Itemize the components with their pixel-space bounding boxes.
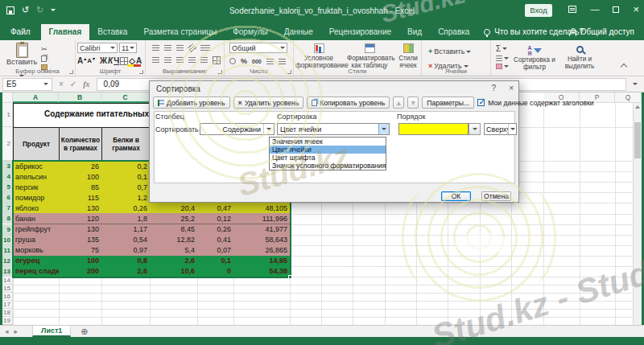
table-cell[interactable]: 0,2 xyxy=(101,161,151,172)
align-middle-icon[interactable] xyxy=(164,45,171,51)
table-cell[interactable]: 5,4 xyxy=(150,245,198,257)
order-color-swatch[interactable] xyxy=(398,123,469,135)
collapse-ribbon-icon[interactable] xyxy=(621,64,627,70)
tab-Главная[interactable]: Главная xyxy=(41,24,90,40)
table-cell[interactable]: 0,1 xyxy=(101,171,151,183)
sort-on-combo[interactable]: Цвет ячейки xyxy=(277,123,390,135)
table-cell[interactable]: 0,7 xyxy=(101,182,151,193)
comma-style-button[interactable]: 000 xyxy=(252,59,262,64)
ok-button[interactable]: ОК xyxy=(441,191,471,201)
bold-button[interactable]: Ж xyxy=(100,56,107,65)
close-icon[interactable]: × xyxy=(633,5,639,14)
table-cell[interactable]: 0,12 xyxy=(197,213,234,224)
table-cell[interactable]: грейпфрут xyxy=(13,224,60,236)
table-cell[interactable]: морковь xyxy=(13,245,60,257)
share-button[interactable]: Общий доступ xyxy=(569,27,634,36)
table-cell[interactable]: помидор xyxy=(13,192,60,203)
copy-level-button[interactable]: Копировать уровень xyxy=(307,97,390,109)
table-cell[interactable]: 1,8 xyxy=(101,213,151,224)
font-dialog-launcher[interactable] xyxy=(139,70,143,74)
move-level-up-button[interactable]: ▲ xyxy=(393,97,404,109)
increase-indent-icon[interactable] xyxy=(200,57,208,64)
table-cell[interactable]: 75 xyxy=(59,245,102,257)
order-color-dropdown-button[interactable] xyxy=(469,123,481,135)
table-cell[interactable]: 0,1 xyxy=(197,256,234,267)
table-cell[interactable]: 115 xyxy=(59,192,102,203)
table-cell[interactable]: 26,865 xyxy=(233,245,291,257)
insert-cells-button[interactable]: +Вставить xyxy=(428,47,471,55)
cell-styles-button[interactable]: Стили ячеек xyxy=(397,43,419,67)
sheet-nav-left-icon[interactable]: ◂ xyxy=(5,327,9,335)
format-as-table-button[interactable]: Форматировать как таблицу xyxy=(347,43,392,67)
table-cell[interactable]: 200 xyxy=(59,266,102,277)
table-cell[interactable]: 0,47 xyxy=(197,203,234,214)
table-cell[interactable]: 0,41 xyxy=(197,235,234,246)
font-name-combo[interactable]: Calibri xyxy=(77,43,118,53)
column-header-Q[interactable]: Q xyxy=(615,92,642,103)
dropdown-option[interactable]: Цвет шрифта xyxy=(270,154,386,162)
tab-Рецензирование[interactable]: Рецензирование xyxy=(321,24,399,40)
table-cell[interactable]: 0,54 xyxy=(101,235,151,246)
tab-file[interactable]: Файл xyxy=(0,24,41,40)
cancel-entry-icon[interactable]: × xyxy=(59,80,64,88)
order-position-combo[interactable]: Сверху xyxy=(484,123,517,135)
percent-style-button[interactable]: % xyxy=(241,57,247,65)
alignment-dialog-launcher[interactable] xyxy=(218,70,222,74)
tab-Данные[interactable]: Данные xyxy=(276,24,321,40)
table-cell[interactable]: 0,97 xyxy=(101,245,151,257)
table-cell[interactable]: 48,105 xyxy=(233,203,291,214)
dropdown-option[interactable]: Значения ячеек xyxy=(270,138,386,146)
table-cell[interactable]: апельсин xyxy=(13,171,60,183)
sheet-nav-right-icon[interactable]: ▸ xyxy=(14,327,19,335)
table-cell[interactable]: 8,45 xyxy=(150,224,198,236)
options-button[interactable]: Параметры... xyxy=(422,97,474,109)
table-cell[interactable]: 130 xyxy=(59,203,102,214)
vertical-scrollbar[interactable] xyxy=(633,103,642,325)
tab-Формулы[interactable]: Формулы xyxy=(225,24,276,40)
table-header-cell[interactable]: Продукт xyxy=(13,127,60,162)
dialog-close-icon[interactable]: × xyxy=(509,84,514,92)
wrap-text-icon[interactable] xyxy=(200,45,210,51)
clear-button[interactable] xyxy=(496,64,509,69)
cut-icon[interactable]: ✂ xyxy=(41,45,47,53)
table-cell[interactable]: 135 xyxy=(59,235,102,246)
dropdown-option[interactable]: Цвет ячейки xyxy=(270,146,386,154)
table-cell[interactable]: перец сладкий xyxy=(13,266,60,277)
font-color-button[interactable]: А xyxy=(136,56,142,65)
borders-icon[interactable] xyxy=(120,57,128,65)
confirm-entry-icon[interactable]: ✓ xyxy=(70,80,76,88)
table-cell[interactable]: яблоко xyxy=(13,203,60,214)
table-cell[interactable]: 20,4 xyxy=(150,203,198,214)
delete-level-button[interactable]: ×Удалить уровень xyxy=(233,97,304,109)
table-cell[interactable]: 1,2 xyxy=(101,192,151,203)
italic-button[interactable]: К xyxy=(108,56,113,65)
table-cell[interactable]: 58,643 xyxy=(233,235,291,246)
table-cell[interactable]: 0 xyxy=(197,266,234,277)
table-cell[interactable]: 14,95 xyxy=(233,256,291,267)
find-select-button[interactable]: Найти и выделить xyxy=(560,43,599,67)
font-size-combo[interactable]: 11 xyxy=(119,43,137,53)
insert-function-icon[interactable]: fx xyxy=(83,80,89,88)
sort-filter-button[interactable]: АЯ Сортировка и фильтр xyxy=(514,43,555,67)
accounting-format-icon[interactable] xyxy=(229,58,236,64)
add-level-button[interactable]: Добавить уровень xyxy=(153,97,230,109)
table-cell[interactable]: огурец xyxy=(13,256,60,267)
align-top-icon[interactable] xyxy=(152,45,159,51)
align-center-icon[interactable] xyxy=(164,57,171,64)
scroll-up-icon[interactable] xyxy=(635,105,640,109)
number-format-combo[interactable]: Общий xyxy=(229,43,287,53)
tab-Разметка страницы[interactable]: Разметка страницы xyxy=(135,24,225,40)
underline-button[interactable]: Ч xyxy=(114,56,119,65)
table-cell[interactable]: 1,17 xyxy=(101,224,151,236)
dropdown-option[interactable]: Значок условного форматирования xyxy=(270,162,386,170)
scrollbar-thumb[interactable] xyxy=(634,122,641,158)
sign-in-button[interactable]: Вход xyxy=(525,4,552,17)
table-cell[interactable]: 2,6 xyxy=(101,266,151,277)
dialog-help-icon[interactable]: ? xyxy=(492,84,497,92)
maximize-icon[interactable] xyxy=(613,6,619,13)
table-cell[interactable]: 0,26 xyxy=(197,224,234,236)
table-cell[interactable]: 12,82 xyxy=(150,235,198,246)
column-header-A[interactable]: A xyxy=(13,92,59,103)
align-left-icon[interactable] xyxy=(152,57,159,64)
table-cell[interactable]: груша xyxy=(13,235,60,246)
